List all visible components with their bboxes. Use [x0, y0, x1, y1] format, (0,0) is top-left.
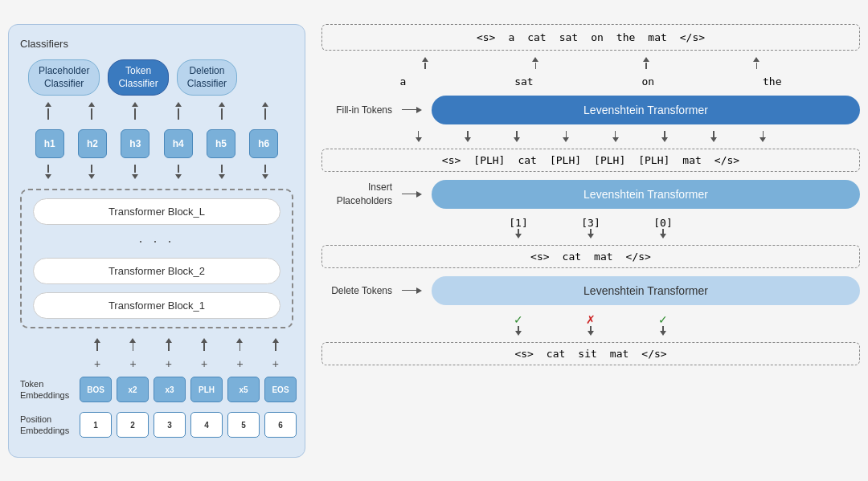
plh-arrows [321, 131, 860, 142]
plh-plh2: [PLH] [550, 154, 581, 166]
plh-plh4: [PLH] [638, 154, 669, 166]
classifiers-row: PlaceholderClassifier TokenClassifier De… [28, 59, 293, 96]
sparse-on: on [642, 75, 655, 88]
bot-sit: sit [578, 348, 596, 360]
dots: · · · [33, 233, 280, 250]
count-1: [1] [509, 217, 527, 229]
check-row: ✓ ✗ ✓ [321, 313, 860, 336]
mid-es: </s> [626, 251, 651, 263]
classifiers-label: Classifiers [20, 38, 293, 50]
arrow-h2 [88, 102, 95, 120]
plh-es: </s> [714, 154, 739, 166]
delete-label: Delete Tokens [321, 285, 392, 296]
pos-1: 1 [80, 412, 112, 438]
top-token-sat: sat [559, 31, 578, 43]
h-node-3: h3 [121, 129, 149, 158]
arrow-h5 [219, 102, 225, 120]
plus-signs: + + + + + + [80, 357, 293, 370]
plh-tokens-row: <s> [PLH] cat [PLH] [PLH] [PLH] mat </s> [329, 154, 853, 166]
token-x5: x5 [227, 377, 260, 402]
token-boxes: BOS x2 x3 PLH x5 EOS [80, 377, 297, 402]
embed-up-arrows [20, 338, 293, 351]
position-boxes: 1 2 3 4 5 6 [80, 412, 297, 438]
h-node-1: h1 [35, 129, 64, 158]
token-classifier: TokenClassifier [108, 59, 168, 96]
sparse-tokens-row [321, 57, 860, 69]
count-0: [0] [653, 217, 672, 229]
fill-in-label: Fill-in Tokens [321, 104, 392, 116]
mid-s: <s> [530, 251, 549, 263]
plh-mat: mat [682, 154, 701, 166]
count-3: [3] [581, 217, 600, 229]
mid-cat: cat [563, 251, 581, 263]
h-node-2: h2 [78, 129, 107, 158]
pos-2: 2 [117, 412, 149, 438]
insert-counts-row: [1] [3] [0] [321, 217, 860, 238]
left-panel: Classifiers PlaceholderClassifier TokenC… [8, 24, 305, 458]
top-token-es: </s> [680, 31, 705, 43]
token-embeddings-label: TokenEmbeddings [20, 378, 76, 402]
h-node-4: h4 [164, 129, 193, 158]
arrow-h3 [132, 102, 138, 120]
check-1: ✓ [514, 313, 523, 326]
deletion-classifier: DeletionClassifier [177, 59, 237, 96]
top-token-on: on [591, 31, 604, 43]
bottom-tokens-row: <s> cat sit mat </s> [329, 348, 853, 360]
token-x2: x2 [117, 377, 149, 402]
transformer-block-1: Transformer Block_1 [33, 292, 280, 319]
delete-lev-row: Delete Tokens Levenshtein Transformer [321, 276, 860, 305]
pos-5: 5 [227, 412, 260, 438]
bot-s: <s> [514, 348, 533, 360]
plh-plh1: [PLH] [473, 154, 505, 166]
placeholder-classifier: PlaceholderClassifier [28, 59, 100, 96]
sparse-sat: sat [514, 75, 533, 88]
top-token-cat: cat [527, 31, 546, 43]
mid-tokens-row: <s> cat mat </s> [329, 251, 853, 263]
fillin-lev-row: Fill-in Tokens Levenshtein Transformer [321, 96, 860, 124]
right-panel: <s> a cat sat on the mat </s> a sat on t… [321, 16, 860, 466]
token-bos: BOS [80, 377, 112, 402]
arrow-h1 [45, 102, 51, 120]
pos-3: 3 [154, 412, 186, 438]
check-2: ✓ [658, 313, 668, 326]
top-sequence-row: <s> a cat sat on the mat </s> [332, 31, 850, 43]
h-node-6: h6 [249, 129, 278, 158]
sparse-tokens-labels: a sat on the [321, 75, 860, 88]
position-embeddings-label: PositionEmbeddings [20, 414, 76, 437]
h-to-transformer-arrows [20, 165, 293, 179]
plh-cat: cat [518, 154, 536, 166]
insert-lev-row: InsertPlaceholders Levenshtein Transform… [321, 180, 860, 209]
sparse-the: the [763, 75, 781, 88]
bot-cat: cat [547, 348, 565, 360]
classifier-arrows-row [20, 102, 293, 120]
transformer-blocks-container: Transformer Block_L · · · Transformer Bl… [20, 189, 293, 328]
pos-4: 4 [190, 412, 223, 438]
pos-6: 6 [264, 412, 297, 438]
lev-transformer-1: Levenshtein Transformer [432, 96, 860, 124]
token-embeddings-row: TokenEmbeddings BOS x2 x3 PLH x5 EOS [20, 377, 293, 402]
top-token-a: a [508, 31, 514, 43]
lev-transformer-2: Levenshtein Transformer [432, 180, 860, 209]
main-container: Classifiers PlaceholderClassifier TokenC… [8, 8, 860, 474]
plh-plh3: [PLH] [594, 154, 625, 166]
transformer-block-2: Transformer Block_2 [33, 258, 280, 284]
plh-s: <s> [442, 154, 461, 166]
h-node-5: h5 [207, 129, 235, 158]
lev-transformer-3: Levenshtein Transformer [432, 276, 860, 305]
top-token-s: <s> [477, 31, 495, 43]
arrow-h4 [175, 102, 182, 120]
plus-row-container: + + + + + + [20, 357, 293, 370]
token-x3: x3 [154, 377, 186, 402]
plh-sequence-box: <s> [PLH] cat [PLH] [PLH] [PLH] mat </s> [321, 149, 860, 172]
top-token-the: the [616, 31, 635, 43]
cross-1: ✗ [586, 313, 596, 326]
mid-mat: mat [594, 251, 612, 263]
bottom-sequence-box: <s> cat sit mat </s> [321, 342, 860, 365]
token-plh: PLH [190, 377, 223, 402]
top-token-mat: mat [648, 31, 666, 43]
insert-label: InsertPlaceholders [321, 181, 392, 208]
h-nodes-row: h1 h2 h3 h4 h5 h6 [20, 129, 293, 158]
token-eos: EOS [264, 377, 297, 402]
position-embeddings-row: PositionEmbeddings 1 2 3 4 5 6 [20, 412, 293, 438]
transformer-block-l: Transformer Block_L [33, 198, 280, 225]
